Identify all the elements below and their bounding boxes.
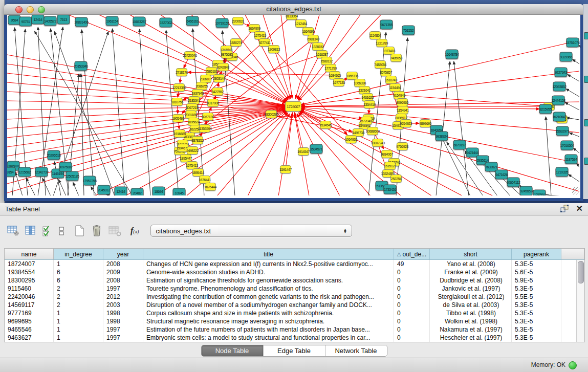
- graph-node[interactable]: 20482: [131, 188, 144, 196]
- graph-node[interactable]: 6981349: [308, 35, 319, 43]
- table-cell[interactable]: 2008: [103, 276, 143, 285]
- table-row[interactable]: 1872400712008Changes of HCN gene express…: [5, 260, 576, 268]
- graph-node[interactable]: 10945: [173, 188, 186, 196]
- graph-node[interactable]: 1905492: [172, 114, 184, 122]
- graph-node[interactable]: 1810755: [171, 98, 183, 106]
- graph-node[interactable]: 15751074: [567, 38, 579, 48]
- graph-node[interactable]: 11353594: [199, 124, 210, 133]
- table-cell[interactable]: 18300295: [5, 276, 54, 285]
- table-cell[interactable]: 2008: [103, 260, 143, 268]
- tab-edge-table[interactable]: Edge Table: [264, 345, 325, 356]
- float-panel-icon[interactable]: [560, 205, 569, 213]
- table-cell[interactable]: Disruption of a novel member of a sodium…: [143, 301, 394, 309]
- memory-status-icon[interactable]: [569, 361, 577, 369]
- graph-node[interactable]: 9242848: [217, 63, 229, 71]
- table-cell[interactable]: 9465546: [5, 325, 54, 334]
- column-header-name[interactable]: name: [5, 249, 54, 259]
- graph-node[interactable]: 1909813: [268, 45, 279, 53]
- graph-node[interactable]: 1221789: [376, 39, 387, 47]
- table-cell[interactable]: 9699695: [5, 317, 54, 325]
- graph-node[interactable]: 9245652: [520, 186, 533, 196]
- graph-node[interactable]: 1154941: [397, 106, 408, 114]
- table-cell[interactable]: de Silva et al. (2003): [430, 301, 512, 309]
- table-cell[interactable]: 1998: [103, 317, 143, 325]
- table-row[interactable]: 911546021997Tourette syndrome. Phenomeno…: [5, 285, 576, 293]
- network-canvas[interactable]: 1724007220063116649091275415927741119098…: [7, 15, 580, 195]
- graph-node[interactable]: 1215682: [18, 167, 31, 177]
- graph-node[interactable]: 1610743: [385, 76, 397, 84]
- table-cell[interactable]: Franke et al. (2009): [430, 268, 512, 276]
- show-columns-icon[interactable]: [25, 225, 36, 236]
- table-cell[interactable]: Structural magnetic resonance image aver…: [143, 317, 394, 325]
- graph-node[interactable]: 90751: [19, 17, 32, 27]
- graph-node[interactable]: 2045012: [98, 185, 111, 195]
- close-panel-icon[interactable]: ✕: [576, 205, 583, 213]
- graph-node[interactable]: 9756928: [397, 142, 408, 150]
- tab-network-table[interactable]: Network Table: [325, 345, 387, 356]
- table-row[interactable]: 1456911722003Disruption of a novel membe…: [5, 301, 576, 309]
- table-cell[interactable]: 49: [394, 260, 430, 268]
- table-cell[interactable]: 1: [54, 260, 103, 268]
- table-settings-icon[interactable]: [7, 225, 19, 236]
- table-cell[interactable]: 5.5E-5: [512, 293, 561, 301]
- table-cell[interactable]: Tibbo et al. (1998): [430, 309, 512, 317]
- graph-node[interactable]: 16648784: [446, 50, 459, 59]
- graph-node[interactable]: 12342737: [35, 167, 48, 177]
- graph-node[interactable]: 1064936: [345, 135, 357, 143]
- table-cell[interactable]: Dudbridge et al. (2008): [430, 276, 512, 285]
- table-cell[interactable]: 1: [54, 317, 103, 325]
- table-cell[interactable]: 0: [394, 325, 430, 334]
- table-cell[interactable]: 2: [54, 301, 103, 309]
- graph-node[interactable]: 9317006: [207, 99, 219, 107]
- graph-node[interactable]: 8878352: [192, 136, 203, 144]
- graph-node[interactable]: 9329966: [560, 52, 573, 62]
- table-cell[interactable]: Nakamura et al. (1997): [430, 325, 512, 334]
- table-cell[interactable]: 19384554: [5, 268, 54, 276]
- graph-node[interactable]: 18807243: [372, 139, 383, 147]
- graph-node[interactable]: 1527002: [160, 18, 172, 28]
- graph-node[interactable]: 15692971: [556, 126, 569, 136]
- column-header-pagerank[interactable]: pagerank: [512, 249, 561, 259]
- graph-node[interactable]: 1961154: [106, 16, 119, 26]
- graph-node[interactable]: 12213359: [173, 83, 185, 92]
- graph-node[interactable]: 20206516: [48, 150, 60, 160]
- graph-node[interactable]: 1724007: [285, 101, 301, 112]
- graph-node[interactable]: 8575857: [380, 68, 391, 76]
- table-cell[interactable]: 5.3E-5: [512, 309, 561, 317]
- table-cell[interactable]: 1: [54, 325, 103, 334]
- graph-node[interactable]: 17957255: [83, 176, 96, 186]
- network-table-selector[interactable]: citations_edges.txt ▲▼: [150, 225, 352, 237]
- graph-node[interactable]: 1664695: [302, 27, 314, 35]
- graph-node[interactable]: 8133054: [286, 15, 297, 20]
- table-row[interactable]: 1938455462009Genome-wide association stu…: [5, 268, 576, 276]
- table-cell[interactable]: 14569117: [5, 301, 54, 309]
- graph-node[interactable]: 1615122: [384, 162, 396, 170]
- graph-node[interactable]: 9875685: [221, 50, 232, 58]
- table-cell[interactable]: 2: [54, 293, 103, 301]
- network-window-titlebar[interactable]: citations_edges.txt: [4, 4, 583, 15]
- graph-node[interactable]: 10688609: [367, 127, 378, 135]
- graph-node[interactable]: 7513: [57, 15, 70, 25]
- table-cell[interactable]: 5.6E-5: [512, 268, 561, 276]
- graph-node[interactable]: 9884067: [381, 150, 393, 158]
- graph-node[interactable]: 12444158: [552, 96, 565, 105]
- table-cell[interactable]: 1: [54, 334, 103, 342]
- table-cell[interactable]: 6: [54, 276, 103, 285]
- table-cell[interactable]: 9463627: [5, 334, 54, 342]
- table-row[interactable]: 1830029562008Estimation of significance …: [5, 276, 576, 285]
- table-cell[interactable]: 6: [54, 268, 103, 276]
- graph-node[interactable]: 18694: [153, 187, 165, 196]
- table-cell[interactable]: 2012: [103, 293, 143, 301]
- graph-node[interactable]: 18300295: [266, 110, 277, 118]
- graph-node[interactable]: 1676444: [205, 183, 216, 191]
- table-cell[interactable]: 22420046: [5, 293, 54, 301]
- table-cell[interactable]: 1997: [103, 334, 143, 342]
- table-cell[interactable]: 1997: [103, 285, 143, 293]
- graph-node[interactable]: 124564: [533, 190, 546, 196]
- table-cell[interactable]: Genome-wide association studies in ADHD.: [143, 268, 394, 276]
- graph-node[interactable]: 9498222: [187, 146, 198, 155]
- graph-node[interactable]: 7485053: [390, 54, 402, 62]
- column-header-in_degree[interactable]: in_degree: [54, 249, 103, 259]
- graph-node[interactable]: 1534545: [320, 121, 331, 129]
- table-cell[interactable]: 5.3E-5: [512, 301, 561, 309]
